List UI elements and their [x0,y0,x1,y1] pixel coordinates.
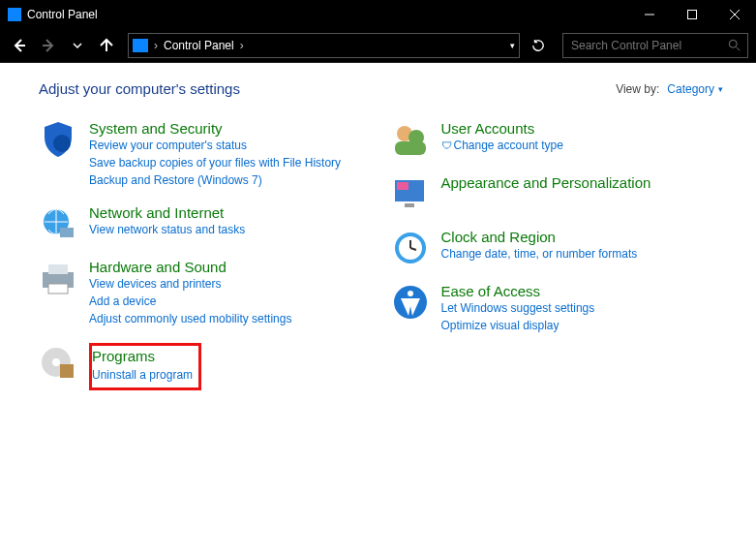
category-link[interactable]: User Accounts [441,120,535,137]
printer-icon [39,259,77,297]
task-link-uninstall[interactable]: Uninstall a program [92,366,193,384]
task-link[interactable]: Adjust commonly used mobility settings [89,310,291,327]
category-link[interactable]: Clock and Region [441,229,556,245]
page-heading: Adjust your computer's settings [39,80,240,97]
search-box[interactable] [562,33,748,58]
disc-icon [39,343,77,382]
chevron-right-icon: › [240,39,244,52]
task-link[interactable]: View network status and tasks [89,221,245,238]
category-link[interactable]: Network and Internet [89,204,224,221]
view-by-label: View by: [616,82,659,96]
chevron-right-icon: › [154,39,158,52]
back-button[interactable] [8,34,31,57]
chevron-down-icon: ▾ [718,84,723,94]
svg-rect-19 [397,182,408,190]
category-clock: Clock and Region Change date, time, or n… [391,229,724,267]
location-icon [133,39,148,52]
address-bar[interactable]: › Control Panel › ▾ [128,33,520,58]
chevron-down-icon[interactable]: ▾ [510,41,515,50]
category-programs: Programs Uninstall a program [39,343,372,390]
view-by: View by: Category ▾ [616,82,723,96]
svg-point-6 [53,135,71,152]
category-link[interactable]: Ease of Access [441,283,541,299]
close-button[interactable] [713,0,756,29]
view-by-dropdown[interactable]: Category ▾ [667,82,723,96]
svg-rect-17 [395,141,426,155]
task-link[interactable]: Optimize visual display [441,317,595,334]
svg-point-26 [408,291,413,296]
svg-line-5 [737,47,741,51]
category-link[interactable]: Hardware and Sound [89,259,227,275]
category-link[interactable]: Appearance and Personalization [441,174,651,191]
up-button[interactable] [95,34,118,57]
shield-icon [39,120,77,159]
svg-point-13 [52,358,60,366]
task-link[interactable]: Change date, time, or number formats [441,245,638,263]
svg-rect-11 [48,284,68,294]
window-title: Control Panel [27,8,98,21]
refresh-button[interactable] [526,39,551,52]
accessibility-icon [391,283,430,322]
forward-button[interactable] [37,34,60,57]
task-link[interactable]: Let Windows suggest settings [441,299,595,317]
category-link[interactable]: Programs [92,348,193,364]
content-area: Adjust your computer's settings View by:… [0,63,756,557]
category-appearance: Appearance and Personalization [391,174,724,213]
svg-rect-14 [60,364,74,378]
category-network: Network and Internet View network status… [39,204,372,243]
task-link[interactable]: Add a device [89,293,291,310]
task-link[interactable]: Review your computer's status [89,137,341,154]
users-icon [391,120,430,159]
category-user-accounts: User Accounts Change account type [391,120,724,159]
navigation-toolbar: › Control Panel › ▾ [0,29,756,63]
svg-rect-8 [60,228,74,237]
task-link[interactable]: View devices and printers [89,275,291,293]
address-location: Control Panel [164,39,234,52]
svg-rect-20 [405,203,414,207]
highlight-annotation: Programs Uninstall a program [89,343,201,390]
category-ease-of-access: Ease of Access Let Windows suggest setti… [391,283,724,334]
category-hardware: Hardware and Sound View devices and prin… [39,259,372,327]
maximize-button[interactable] [671,0,713,29]
search-icon [728,39,741,52]
svg-rect-10 [48,264,68,274]
svg-rect-1 [688,11,697,19]
task-link[interactable]: Backup and Restore (Windows 7) [89,171,341,189]
left-column: System and Security Review your computer… [39,120,372,406]
app-icon [8,8,21,21]
minimize-button[interactable] [628,0,671,29]
task-link[interactable]: Change account type [441,137,563,154]
task-link[interactable]: Save backup copies of your files with Fi… [89,154,341,171]
clock-icon [391,229,430,267]
search-input[interactable] [569,38,728,53]
globe-icon [39,204,77,243]
window-titlebar: Control Panel [0,0,756,29]
monitor-icon [391,174,430,213]
right-column: User Accounts Change account type Appear… [391,120,724,406]
category-system-security: System and Security Review your computer… [39,120,372,189]
category-link[interactable]: System and Security [89,120,223,137]
view-by-value: Category [667,82,714,96]
svg-point-4 [729,40,737,47]
recent-locations-button[interactable] [66,34,89,57]
